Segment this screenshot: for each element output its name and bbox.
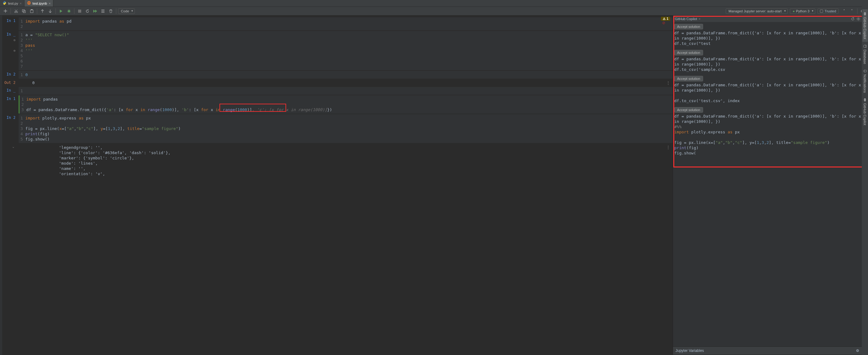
interrupt-button[interactable] — [76, 8, 83, 14]
jupyter-icon — [27, 1, 31, 6]
copy-button[interactable] — [21, 8, 27, 14]
cell-type-selector[interactable]: Code — [118, 8, 135, 14]
copilot-panel-header: GitHub Copilot × — — [673, 15, 868, 22]
cut-button[interactable] — [13, 8, 20, 14]
overflow-icon[interactable]: ⋮ — [666, 80, 670, 85]
output-cell: ⋮0 — [19, 79, 673, 86]
output-cell: ⌄⋮'legendgroup': '','line': {'color': '#… — [19, 144, 673, 178]
tab-label: test.ipynb — [33, 2, 47, 5]
tool-window-tab[interactable]: GitHub Copilot — [862, 9, 868, 42]
run-cell-button[interactable] — [58, 8, 64, 14]
solution-code: df = pandas.DataFrame.from_dict({'a': [x… — [674, 114, 866, 156]
svg-point-16 — [866, 45, 866, 47]
svg-rect-17 — [864, 98, 866, 101]
svg-point-1 — [28, 2, 30, 3]
debug-cell-button[interactable] — [65, 8, 72, 14]
gear-icon[interactable]: ⚙ — [856, 349, 859, 353]
kernel-selector[interactable]: ●Python 3 — [790, 8, 815, 14]
code-cell[interactable]: 10 — [19, 71, 673, 79]
tool-window-tab[interactable]: GitHub Copilot — [862, 95, 868, 128]
accept-solution-button[interactable]: Accept solution — [674, 50, 703, 56]
solution-code: df = pandas.DataFrame.from_dict({'a': [x… — [674, 82, 866, 103]
copilot-icon — [863, 98, 867, 102]
accept-solution-button[interactable]: Accept solution — [674, 107, 703, 113]
cell-prompt: In _ — [0, 87, 19, 95]
code-cell[interactable]: 1234567a = "SELECT now()"⊖'''pass⊖''' — [19, 31, 673, 70]
cell-prompt: Out 2 — [0, 79, 19, 86]
copilot-solutions: Accept solutiondf = pandas.DataFrame.fro… — [673, 22, 868, 346]
add-cell-button[interactable] — [2, 8, 9, 14]
python-icon — [2, 1, 6, 6]
move-up-button[interactable] — [39, 8, 46, 14]
notebook-toolbar: Code Managed Jupyter server: auto-start … — [0, 7, 868, 15]
code-cell[interactable]: 123import pandas df = pandas.DataFrame.f… — [19, 95, 673, 114]
warning-badge[interactable]: ⚠ 1 — [661, 17, 670, 21]
code-cell[interactable]: 12345import plotly.express as px fig = p… — [19, 114, 673, 143]
editor-tab[interactable]: test.ipynb× — [25, 0, 54, 6]
close-icon[interactable]: × — [699, 17, 701, 21]
database-icon — [863, 44, 867, 48]
jupyter-variables-panel[interactable]: Jupyter Variables ⚙ — — [673, 346, 868, 355]
accept-solution-button[interactable]: Accept solution — [674, 24, 703, 29]
chevron-up-icon[interactable]: ˄ — [841, 8, 847, 14]
code-cell[interactable]: 1 — [19, 87, 673, 95]
svg-rect-13 — [864, 12, 866, 15]
restart-button[interactable] — [84, 8, 91, 14]
solution-code: df = pandas.DataFrame.from_dict({'a': [x… — [674, 30, 866, 46]
trusted-indicator[interactable]: Trusted — [817, 8, 839, 14]
copilot-icon — [863, 12, 867, 16]
editor-tab[interactable]: test.py× — [0, 0, 25, 6]
jupyter-server-selector[interactable]: Managed Jupyter server: auto-start — [726, 8, 788, 14]
solution-code: df = pandas.DataFrame.from_dict({'a': [x… — [674, 56, 866, 72]
editor-tabs: test.py×test.ipynb× — [0, 0, 868, 7]
tab-label: test.py — [8, 2, 18, 5]
chevron-down-icon[interactable]: ˅ — [848, 8, 855, 14]
svg-point-12 — [858, 18, 859, 20]
fold-icon[interactable]: ⌄ — [12, 145, 14, 148]
clear-output-button[interactable] — [107, 8, 114, 14]
accept-solution-button[interactable]: Accept solution — [674, 76, 703, 81]
notebook-editor[interactable]: ⚠ 1 ⊘ In 112import pandas as pd In _1234… — [0, 15, 673, 355]
svg-rect-7 — [30, 10, 33, 13]
cell-prompt: In 2 — [0, 114, 19, 143]
cell-prompt: In 1 — [0, 17, 19, 30]
tool-window-tab[interactable]: Database — [862, 42, 868, 67]
overflow-icon[interactable]: ⋮ — [666, 145, 670, 149]
svg-point-2 — [28, 3, 30, 4]
cell-prompt — [0, 144, 19, 178]
cell-prompt: In 1 — [0, 95, 19, 114]
jupyter-variables-title: Jupyter Variables — [676, 349, 856, 353]
move-down-button[interactable] — [47, 8, 54, 14]
refresh-icon[interactable] — [851, 17, 855, 21]
cell-prompt: In _ — [0, 31, 19, 70]
variables-button[interactable] — [99, 8, 106, 14]
run-all-button[interactable] — [92, 8, 99, 14]
gear-icon[interactable] — [857, 17, 860, 21]
tool-window-tab[interactable]: Notifications — [862, 67, 868, 95]
paste-button[interactable] — [28, 8, 35, 14]
svg-rect-10 — [78, 10, 81, 13]
svg-rect-8 — [31, 9, 33, 10]
close-icon[interactable]: × — [49, 2, 51, 5]
code-cell[interactable]: 12import pandas as pd — [19, 17, 673, 30]
bell-icon — [863, 69, 867, 73]
right-tool-window-tabs: GitHub CopilotDatabaseNotificationsGitHu… — [862, 0, 868, 355]
close-icon[interactable]: × — [20, 2, 21, 5]
copilot-title: GitHub Copilot — [675, 17, 697, 21]
cell-prompt: In 2 — [0, 71, 19, 79]
